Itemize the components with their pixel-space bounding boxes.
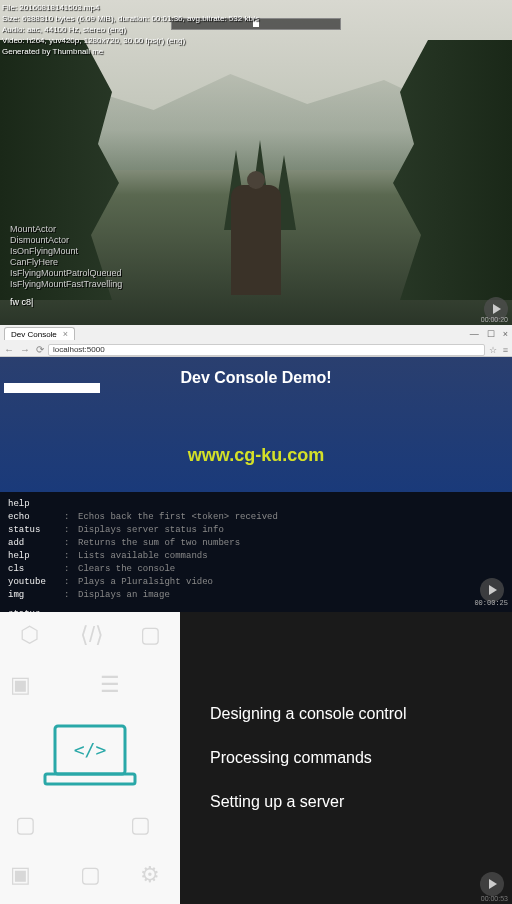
player-character: [231, 185, 281, 295]
flash-bar: [4, 383, 100, 393]
gear-icon: ⚙: [140, 862, 160, 888]
cmd-row: echo:Echos back the first <token> receiv…: [8, 511, 504, 524]
browser-chrome: Dev Console × — ☐ × ← → ⟳ localhost:5000…: [0, 325, 512, 357]
cmd-name: img: [8, 589, 64, 602]
list-item: IsFlyingMountPatrolQueued: [10, 268, 122, 279]
slide-content: Designing a console control Processing c…: [180, 612, 512, 904]
cmd-desc: Lists available commands: [78, 550, 208, 563]
reload-icon[interactable]: ⟳: [36, 344, 44, 355]
slide-panel: ⬡ ⟨/⟩ ▢ ▣ ☰ ▢ ▢ ▣ ▢ ⚙ </> Designing a co…: [0, 612, 512, 904]
bars-icon: ☰: [100, 672, 120, 698]
cmd-name: cls: [8, 563, 64, 576]
cmd-name: help: [8, 550, 64, 563]
cmd-row: help:Lists available commands: [8, 550, 504, 563]
cmd-desc: Plays a Pluralsight video: [78, 576, 213, 589]
cmd-desc: Returns the sum of two numbers: [78, 537, 240, 550]
laptop-icon: </>: [40, 721, 140, 795]
list-item: IsOnFlyingMount: [10, 246, 122, 257]
exe-icon: ▢: [80, 862, 101, 888]
list-item: IsFlyingMountFastTravelling: [10, 279, 122, 290]
metadata-video: Video: h264, yuv420p, 1280x720, 30.00 fp…: [2, 35, 259, 46]
tab-title: Dev Console: [11, 330, 57, 339]
trees-right: [372, 40, 512, 300]
star-icon[interactable]: ☆: [489, 345, 497, 355]
address-bar: ← → ⟳ localhost:5000 ☆ ≡: [0, 342, 512, 357]
html-icon: ▢: [15, 812, 36, 838]
slide-bullet-2: Processing commands: [210, 749, 482, 767]
css-icon: ▣: [10, 862, 31, 888]
url-input[interactable]: localhost:5000: [48, 344, 485, 356]
cmd-row: cls:Clears the console: [8, 563, 504, 576]
tab-bar: Dev Console × — ☐ ×: [0, 325, 512, 342]
browser-panel: Dev Console × — ☐ × ← → ⟳ localhost:5000…: [0, 325, 512, 612]
cmd-name: help: [8, 498, 64, 511]
slide-bullet-1: Designing a console control: [210, 705, 482, 723]
cmd-row: add:Returns the sum of two numbers: [8, 537, 504, 550]
metadata-file: File: 20160818141503.mp4: [2, 2, 259, 13]
web-console[interactable]: help echo:Echos back the first <token> r…: [0, 492, 512, 612]
timestamp-label: 00:00:20: [481, 316, 508, 323]
list-item: CanFlyHere: [10, 257, 122, 268]
game-console-input[interactable]: fw c8|: [10, 297, 33, 307]
window-controls: — ☐ ×: [470, 329, 508, 339]
list-item: MountActor: [10, 224, 122, 235]
slide-bullet-3: Setting up a server: [210, 793, 482, 811]
forward-icon[interactable]: →: [20, 344, 30, 355]
close-icon[interactable]: ×: [503, 329, 508, 339]
play-button[interactable]: [480, 872, 504, 896]
hex-icon: ⬡: [20, 622, 39, 648]
menu-icon[interactable]: ≡: [503, 345, 508, 355]
nav-arrows: ← → ⟳: [4, 344, 44, 355]
cmd-row: img:Displays an image: [8, 589, 504, 602]
metadata-size: Size: 6388310 bytes (6.09 MiB), duration…: [2, 13, 259, 24]
svg-text:</>: </>: [74, 739, 107, 760]
cmd-row: status:Displays server status info: [8, 524, 504, 537]
metadata-generated: Generated by Thumbnail me: [2, 46, 259, 57]
url-text: localhost:5000: [53, 345, 105, 354]
minimize-icon[interactable]: —: [470, 329, 479, 339]
back-icon[interactable]: ←: [4, 344, 14, 355]
timestamp-label: 00:00:53: [481, 895, 508, 902]
cmd-desc: Displays server status info: [78, 524, 224, 537]
page-header: Dev Console Demo! www.cg-ku.com: [0, 357, 512, 492]
browser-tab[interactable]: Dev Console ×: [4, 327, 75, 340]
list-item: DismountActor: [10, 235, 122, 246]
address-icons: ☆ ≡: [489, 345, 508, 355]
timestamp-label: 00:00:25: [474, 597, 508, 610]
game-console-suggestions: MountActor DismountActor IsOnFlyingMount…: [10, 224, 122, 290]
cmd-name: youtube: [8, 576, 64, 589]
cmd-desc: Displays an image: [78, 589, 170, 602]
cmd-desc: Echos back the first <token> received: [78, 511, 278, 524]
file-icon: ▢: [130, 812, 151, 838]
game-screenshot-panel: File: 20160818141503.mp4 Size: 6388310 b…: [0, 0, 512, 325]
cmd-row: help: [8, 498, 504, 511]
cmd-name: add: [8, 537, 64, 550]
close-icon[interactable]: ×: [63, 329, 68, 339]
watermark: www.cg-ku.com: [188, 445, 324, 466]
maximize-icon[interactable]: ☐: [487, 329, 495, 339]
cmd-name: status: [8, 524, 64, 537]
metadata-audio: Audio: aac, 44100 Hz, stereo (eng): [2, 24, 259, 35]
cmd-desc: Clears the console: [78, 563, 175, 576]
cmd-row: youtube:Plays a Pluralsight video: [8, 576, 504, 589]
slide-left-pattern: ⬡ ⟨/⟩ ▢ ▣ ☰ ▢ ▢ ▣ ▢ ⚙ </>: [0, 612, 180, 904]
video-metadata: File: 20160818141503.mp4 Size: 6388310 b…: [2, 2, 259, 57]
jpg-icon: ▢: [140, 622, 161, 648]
cmd-name: echo: [8, 511, 64, 524]
svg-rect-1: [45, 774, 135, 784]
box-icon: ▣: [10, 672, 31, 698]
code-icon: ⟨/⟩: [80, 622, 104, 648]
